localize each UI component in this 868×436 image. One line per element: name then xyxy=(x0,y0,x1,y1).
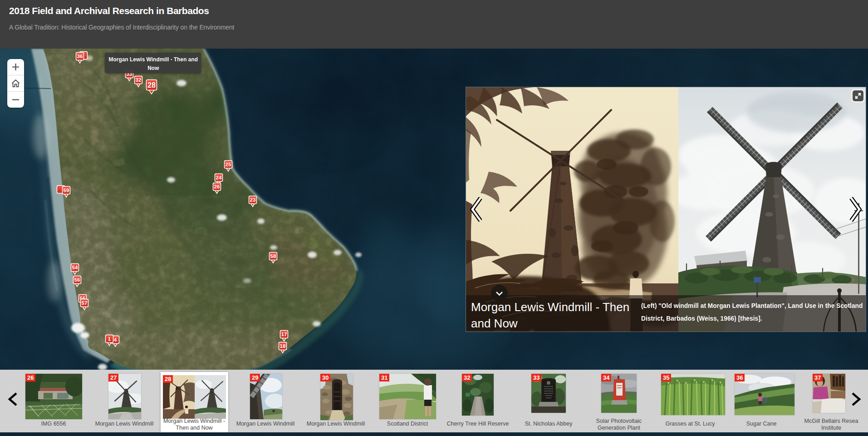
svg-text:58: 58 xyxy=(270,253,276,259)
svg-text:24: 24 xyxy=(216,175,222,180)
svg-text:4: 4 xyxy=(114,337,117,342)
svg-text:28: 28 xyxy=(147,81,156,89)
svg-text:32: 32 xyxy=(136,77,142,83)
svg-text:17: 17 xyxy=(281,332,287,337)
svg-text:36: 36 xyxy=(77,54,83,59)
svg-text:56: 56 xyxy=(74,277,80,282)
svg-text:59: 59 xyxy=(64,188,69,193)
svg-text:26: 26 xyxy=(214,184,220,189)
svg-text:57: 57 xyxy=(82,300,88,306)
svg-text:23: 23 xyxy=(250,197,256,203)
svg-text:18: 18 xyxy=(280,343,286,349)
svg-text:1: 1 xyxy=(108,336,111,342)
svg-text:25: 25 xyxy=(226,162,231,167)
svg-text:54: 54 xyxy=(72,265,78,270)
